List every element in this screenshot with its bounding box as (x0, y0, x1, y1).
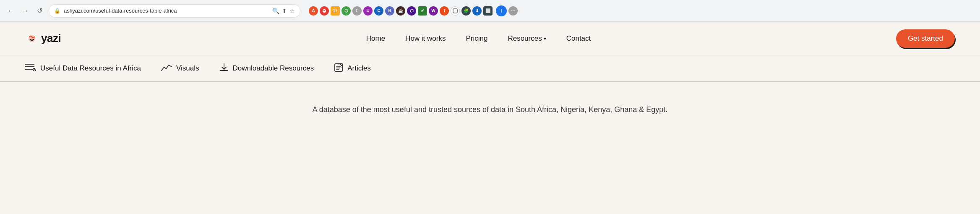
svg-rect-1 (453, 9, 457, 13)
nav-contact[interactable]: Contact (566, 34, 591, 43)
articles-icon (334, 63, 343, 74)
sub-nav-downloadable-label: Downloadable Resources (233, 64, 314, 73)
sub-nav: Useful Data Resources in Africa Visuals … (0, 55, 980, 82)
hero-description: A database of the most useful and truste… (301, 103, 679, 116)
address-bar-icons: 🔍 ⬆ ☆ (272, 8, 295, 14)
address-bar[interactable]: 🔒 askyazi.com/useful-data-resources-tabl… (49, 4, 300, 18)
sub-nav-visuals[interactable]: Visuals (161, 63, 199, 74)
browser-extensions: A 17 ⬡ ☾ U C B ☕ ⬡ ✔ W T 🧩 ⬇ ⬜ T ⋯ (309, 5, 975, 16)
url-text: askyazi.com/useful-data-resources-table-… (64, 8, 269, 14)
nav-resources-label: Resources (508, 34, 542, 43)
page-content: yazi Home How it works Pricing Resources… (0, 22, 980, 137)
forward-icon: → (22, 7, 29, 15)
useful-data-icon (25, 63, 36, 74)
ext-violet[interactable]: ⬡ (407, 6, 416, 16)
back-button[interactable]: ← (5, 5, 17, 17)
chevron-down-icon: ▾ (544, 36, 546, 42)
sub-nav-visuals-label: Visuals (176, 64, 199, 73)
logo-text: yazi (41, 32, 61, 45)
ext-outline[interactable] (451, 6, 460, 16)
browser-profile[interactable]: T (496, 5, 507, 16)
logo-link[interactable]: yazi (25, 32, 61, 45)
logo-icon (25, 32, 39, 45)
ext-puzzle[interactable]: 🧩 (461, 6, 471, 16)
reload-icon: ↺ (37, 7, 42, 15)
back-icon: ← (8, 7, 14, 15)
share-icon[interactable]: ⬆ (282, 8, 287, 14)
ext-calendar[interactable]: 17 (331, 6, 340, 16)
search-icon[interactable]: 🔍 (272, 8, 279, 14)
hero-section: A database of the most useful and truste… (0, 82, 980, 137)
sub-nav-useful-data-label: Useful Data Resources in Africa (40, 64, 141, 73)
browser-chrome: ← → ↺ 🔒 askyazi.com/useful-data-resource… (0, 0, 980, 22)
nav-home[interactable]: Home (366, 34, 385, 43)
nav-resources[interactable]: Resources ▾ (508, 34, 546, 43)
forward-button[interactable]: → (19, 5, 31, 17)
ext-extra[interactable]: ⋯ (508, 6, 518, 16)
sub-nav-articles[interactable]: Articles (334, 63, 371, 74)
ext-purple-u[interactable]: U (363, 6, 373, 16)
visuals-icon (161, 63, 172, 74)
ext-shield[interactable]: ✔ (418, 6, 427, 16)
ext-moon[interactable]: ☾ (352, 6, 362, 16)
ext-anchor[interactable]: A (309, 6, 318, 16)
ext-w[interactable]: W (429, 6, 438, 16)
ext-download[interactable]: ⬇ (472, 6, 482, 16)
ext-blue-c[interactable]: C (374, 6, 383, 16)
bookmark-icon[interactable]: ☆ (289, 8, 295, 14)
reload-button[interactable]: ↺ (34, 5, 45, 17)
ext-indigo[interactable]: B (385, 6, 394, 16)
nav-how-it-works[interactable]: How it works (405, 34, 446, 43)
main-nav: Home How it works Pricing Resources ▾ Co… (366, 34, 591, 43)
sub-nav-articles-label: Articles (347, 64, 371, 73)
ext-green[interactable]: ⬡ (341, 6, 351, 16)
ext-coffee[interactable]: ☕ (396, 6, 405, 16)
get-started-button[interactable]: Get started (896, 29, 955, 48)
site-header: yazi Home How it works Pricing Resources… (0, 22, 980, 55)
ext-windows[interactable]: ⬜ (483, 6, 493, 16)
nav-pricing[interactable]: Pricing (466, 34, 487, 43)
browser-nav-buttons: ← → ↺ (5, 5, 45, 17)
download-icon (219, 63, 229, 74)
sub-nav-downloadable[interactable]: Downloadable Resources (219, 63, 314, 74)
ext-t[interactable]: T (440, 6, 449, 16)
ext-red[interactable] (320, 6, 329, 16)
sub-nav-useful-data[interactable]: Useful Data Resources in Africa (25, 63, 141, 74)
lock-icon: 🔒 (54, 8, 60, 14)
